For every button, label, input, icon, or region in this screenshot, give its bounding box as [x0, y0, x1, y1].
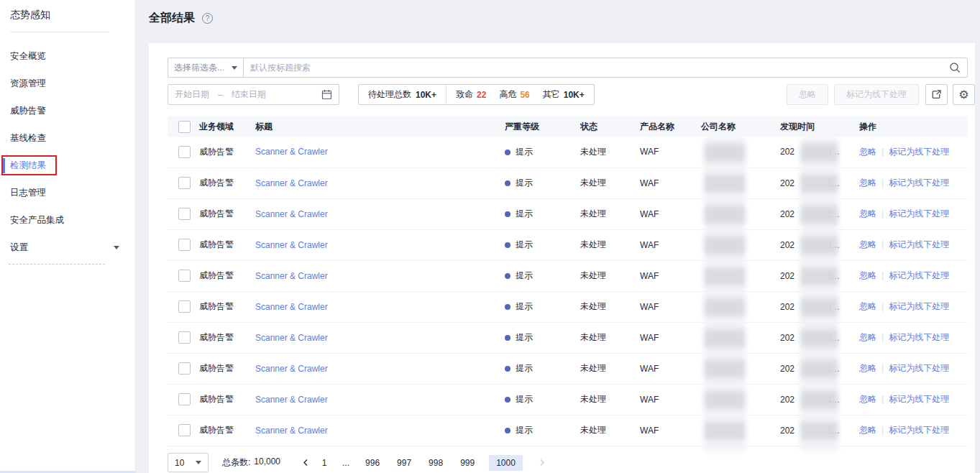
row-checkbox[interactable] [178, 270, 191, 282]
row-checkbox[interactable] [178, 393, 191, 405]
row-mark-offline-link[interactable]: 标记为线下处理 [889, 270, 949, 280]
select-all-checkbox[interactable] [178, 121, 191, 133]
result-title-link[interactable]: Scanner & Crawler [255, 271, 328, 281]
result-title-link[interactable]: Scanner & Crawler [255, 395, 328, 405]
sidebar-item[interactable]: 资源管理 [0, 70, 135, 97]
cell-severity: 提示 [505, 291, 580, 322]
row-checkbox[interactable] [178, 146, 191, 158]
page-number[interactable]: 998 [426, 455, 446, 471]
row-ignore-link[interactable]: 忽略 [859, 178, 876, 188]
sidebar-title: 态势感知 [0, 0, 135, 22]
row-mark-offline-link[interactable]: 标记为线下处理 [889, 239, 949, 249]
sidebar-divider [10, 32, 109, 32]
time-prefix: 202 [780, 240, 794, 250]
result-title-link[interactable]: Scanner & Crawler [255, 333, 328, 343]
page-size-select[interactable]: 10 [168, 453, 209, 472]
cell-company-redacted [701, 260, 780, 291]
stats-pending-label: 待处理总数 [368, 88, 411, 101]
row-ignore-link[interactable]: 忽略 [859, 301, 876, 311]
row-ignore-link[interactable]: 忽略 [859, 332, 876, 342]
row-mark-offline-link[interactable]: 标记为线下处理 [889, 425, 949, 435]
row-mark-offline-link[interactable]: 标记为线下处理 [889, 394, 949, 404]
page-number[interactable]: ... [338, 455, 354, 471]
cell-status: 未处理 [580, 353, 640, 384]
ignore-button[interactable]: 忽略 [787, 84, 828, 105]
cell-actions: 忽略|标记为线下处理 [859, 167, 968, 198]
row-ignore-link[interactable]: 忽略 [859, 270, 876, 280]
table-row: 威胁告警 Scanner & Crawler 提示 未处理 WAF 2021..… [168, 415, 968, 446]
cell-severity: 提示 [505, 415, 580, 446]
column-header-actions: 操作 [859, 116, 968, 137]
row-ignore-link[interactable]: 忽略 [859, 425, 876, 435]
row-checkbox[interactable] [178, 331, 191, 344]
sidebar-item[interactable]: 安全概览 [0, 42, 135, 70]
row-checkbox[interactable] [178, 300, 191, 313]
settings-button[interactable]: ⚙ [953, 84, 975, 105]
action-separator: | [881, 301, 884, 311]
search-input[interactable]: 默认按标题搜索 [243, 58, 968, 78]
row-checkbox[interactable] [178, 424, 191, 436]
row-mark-offline-link[interactable]: 标记为线下处理 [889, 178, 949, 188]
stats-high-value: 56 [520, 90, 529, 100]
row-checkbox[interactable] [178, 362, 191, 375]
date-range-input[interactable]: 开始日期 – 结束日期 [168, 84, 339, 105]
time-suffix: 1... [828, 147, 840, 157]
result-title-link[interactable]: Scanner & Crawler [255, 240, 328, 250]
sidebar-item[interactable]: 日志管理 [0, 179, 135, 206]
row-mark-offline-link[interactable]: 标记为线下处理 [889, 332, 949, 342]
filter-type-select[interactable]: 选择筛选条... [168, 58, 243, 78]
row-ignore-link[interactable]: 忽略 [859, 208, 876, 219]
severity-label: 提示 [516, 363, 533, 373]
next-page-icon[interactable] [534, 459, 550, 467]
mark-offline-button[interactable]: 标记为线下处理 [834, 84, 919, 105]
severity-label: 提示 [516, 332, 533, 342]
row-mark-offline-link[interactable]: 标记为线下处理 [889, 147, 949, 157]
date-separator: – [218, 90, 223, 100]
result-title-link[interactable]: Scanner & Crawler [255, 302, 328, 312]
sidebar-item[interactable]: 威胁告警 [0, 97, 135, 124]
row-mark-offline-link[interactable]: 标记为线下处理 [889, 208, 949, 219]
row-ignore-link[interactable]: 忽略 [859, 363, 876, 373]
result-title-link[interactable]: Scanner & Crawler [255, 178, 328, 188]
page-number[interactable]: 999 [457, 455, 477, 471]
page-number[interactable]: 1000 [489, 455, 523, 471]
cell-domain: 威胁告警 [199, 415, 255, 446]
time-suffix: 1... [828, 426, 840, 436]
help-icon[interactable]: ? [202, 13, 213, 24]
sidebar-item[interactable]: 检测结果 [0, 152, 135, 179]
sidebar-item[interactable]: 基线检查 [0, 124, 135, 152]
sidebar-item[interactable]: 安全产品集成 [0, 206, 135, 234]
page-number[interactable]: 996 [362, 455, 383, 471]
row-checkbox[interactable] [178, 208, 191, 220]
chevron-down-icon [114, 246, 119, 249]
result-title-link[interactable]: Scanner & Crawler [255, 426, 328, 436]
cell-time: 2021... [780, 137, 859, 167]
page-number[interactable]: 997 [394, 455, 414, 471]
action-separator: | [881, 239, 884, 249]
row-checkbox[interactable] [178, 177, 191, 189]
page-number[interactable]: 1 [316, 455, 332, 471]
total-count: 总条数: 10,000 [222, 456, 280, 469]
result-title-link[interactable]: Scanner & Crawler [255, 364, 328, 374]
row-mark-offline-link[interactable]: 标记为线下处理 [889, 301, 949, 311]
search-icon[interactable] [949, 62, 961, 73]
row-ignore-link[interactable]: 忽略 [859, 147, 876, 157]
row-ignore-link[interactable]: 忽略 [859, 394, 876, 404]
result-title-link[interactable]: Scanner & Crawler [255, 209, 328, 219]
row-checkbox[interactable] [178, 239, 191, 251]
cell-actions: 忽略|标记为线下处理 [859, 415, 968, 446]
calendar-icon[interactable] [321, 89, 332, 100]
pagination-bar: 10 总条数: 10,000 1 ... [168, 453, 968, 473]
export-button[interactable] [925, 84, 948, 105]
cell-status: 未处理 [580, 167, 640, 198]
sidebar-item[interactable]: 设置 [0, 234, 135, 261]
row-ignore-link[interactable]: 忽略 [859, 239, 876, 249]
sidebar-item-label: 设置 [10, 242, 28, 252]
prev-page-icon[interactable] [298, 459, 313, 467]
cell-domain: 威胁告警 [199, 198, 255, 229]
result-title-link[interactable]: Scanner & Crawler [255, 147, 328, 157]
action-separator: | [881, 363, 884, 373]
pager: 1 ... 996 997 998 999 1000 [298, 455, 550, 471]
row-mark-offline-link[interactable]: 标记为线下处理 [889, 363, 949, 373]
search-placeholder: 默认按标题搜索 [250, 62, 949, 74]
